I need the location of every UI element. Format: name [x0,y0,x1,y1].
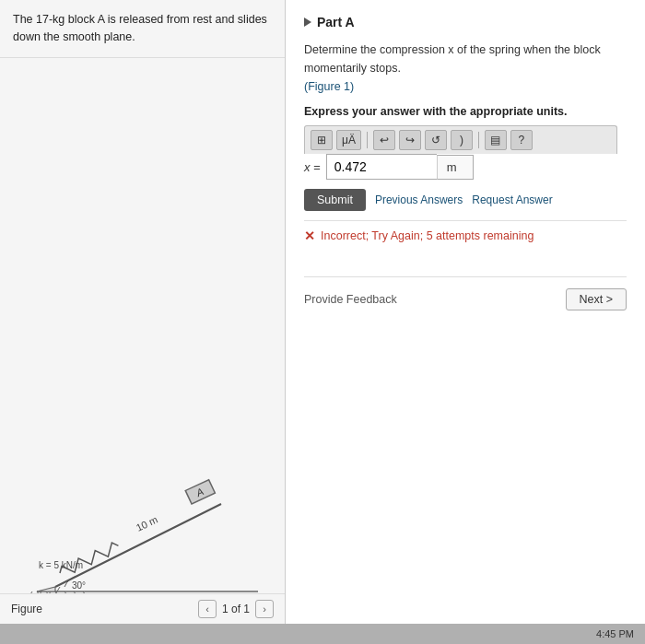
next-button[interactable]: Next > [566,288,627,310]
answer-input[interactable] [326,154,437,180]
toolbar-redo-btn[interactable]: ↪ [399,130,421,150]
toolbar-paren-btn[interactable]: ) [451,130,473,150]
request-answer-link[interactable]: Request Answer [472,193,552,206]
toolbar-reset-btn[interactable]: ↺ [425,130,447,150]
problem-text: The 17-kg block A is released from rest … [0,0,285,58]
svg-marker-8 [37,587,55,591]
left-panel: The 17-kg block A is released from rest … [0,0,286,624]
error-icon: ✕ [304,228,315,243]
status-bar: 4:45 PM [0,624,645,644]
express-units-label: Express your answer with the appropriate… [304,105,627,118]
figure-ref: (Figure 1) [304,80,354,93]
toolbar-matrix-btn[interactable]: ⊞ [311,130,333,150]
part-label: Part A [317,15,355,29]
nav-prev-button[interactable]: ‹ [198,600,217,618]
answer-unit: m [437,155,474,180]
figure-label: Figure [11,603,42,615]
nav-page: 1 of 1 [222,603,250,615]
answer-toolbar: ⊞ μÄ ↩ ↪ ↺ ) ▤ ? [304,125,617,154]
figure-nav[interactable]: ‹ 1 of 1 › [198,600,274,618]
svg-line-1 [55,504,221,587]
answer-var-label: x = [304,160,321,174]
feedback-row: Provide Feedback Next > [304,276,627,310]
error-message: Incorrect; Try Again; 5 attempts remaini… [321,229,534,242]
svg-text:30°: 30° [72,580,86,591]
question-text: Determine the compression x of the sprin… [304,41,627,96]
error-box: ✕ Incorrect; Try Again; 5 attempts remai… [304,220,627,249]
figure-diagram: A 10 m k = 5 kN/m 30° [9,430,276,615]
toolbar-separator-2 [478,132,479,148]
figure-footer: Figure ‹ 1 of 1 › [0,593,285,624]
toolbar-help-btn[interactable]: ? [510,130,533,150]
submit-button[interactable]: Submit [304,189,366,211]
toolbar-separator-1 [367,132,368,148]
nav-next-button[interactable]: › [255,600,274,618]
answer-row: x = m [304,154,617,180]
provide-feedback-link[interactable]: Provide Feedback [304,293,397,306]
toolbar-undo-btn[interactable]: ↩ [373,130,395,150]
previous-answers-link[interactable]: Previous Answers [375,193,463,206]
toolbar-kbd-btn[interactable]: ▤ [485,130,507,150]
status-time: 4:45 PM [596,628,634,639]
part-header: Part A [304,15,627,29]
figure-area: A 10 m k = 5 kN/m 30° [0,58,285,625]
collapse-icon[interactable] [304,18,311,27]
toolbar-mu-btn[interactable]: μÄ [336,130,361,150]
svg-text:10 m: 10 m [134,514,158,533]
svg-text:k = 5 kN/m: k = 5 kN/m [39,560,83,570]
submit-row: Submit Previous Answers Request Answer [304,189,627,211]
right-panel: Part A Determine the compression x of th… [286,0,645,624]
